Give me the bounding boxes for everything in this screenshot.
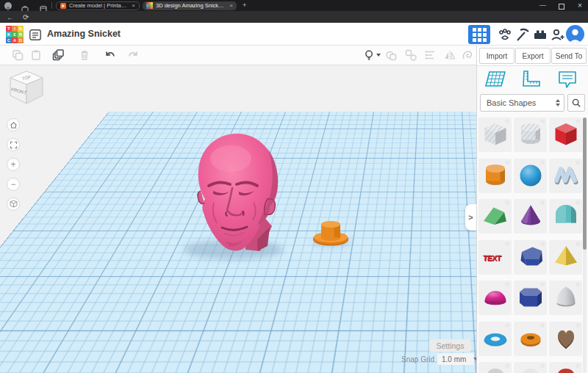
properties-list-icon[interactable] xyxy=(29,29,41,40)
new-tab-button[interactable]: + xyxy=(243,0,246,11)
favorite-star-icon[interactable]: ☆ xyxy=(575,240,581,247)
home-view-button[interactable] xyxy=(7,118,20,131)
workplane-tool-icon[interactable] xyxy=(484,69,506,90)
shape-library-select[interactable]: Basic Shapes xyxy=(480,94,564,112)
mirror-flip-icon[interactable] xyxy=(444,49,456,61)
notes-ribbon-icon[interactable] xyxy=(462,49,473,61)
favorite-star-icon[interactable]: ☆ xyxy=(539,199,545,206)
shape-cone[interactable]: ☆ xyxy=(514,199,547,233)
lightbulb-icon[interactable] xyxy=(363,49,375,61)
import-button[interactable]: Import xyxy=(479,48,514,64)
panel-scrollbar[interactable] xyxy=(583,117,587,373)
window-close-button[interactable]: × xyxy=(578,0,582,11)
shape-roof[interactable]: ☆ xyxy=(478,199,512,233)
search-shapes-button[interactable] xyxy=(567,94,585,112)
delete-trash-icon[interactable] xyxy=(79,49,90,61)
zoom-out-button[interactable]: − xyxy=(7,178,20,191)
select-stepper-icon[interactable] xyxy=(556,99,560,106)
bricks-icon[interactable] xyxy=(532,26,548,43)
head-model[interactable] xyxy=(181,129,291,261)
browser-tab-printables[interactable]: Create model | Printables.com × xyxy=(56,1,140,10)
shape-torus[interactable]: ☆ xyxy=(478,322,512,356)
favorite-star-icon[interactable]: ☆ xyxy=(575,280,581,288)
zoom-in-button[interactable]: + xyxy=(7,158,20,171)
shape-text[interactable]: TEXTTEXT ☆ xyxy=(478,240,512,275)
browser-tab-tinkercad[interactable]: 3D design Amazing Snicket | Tin × xyxy=(143,1,237,10)
favorite-star-icon[interactable]: ☆ xyxy=(575,322,581,329)
3d-design-mode-button[interactable] xyxy=(468,25,490,44)
align-icon[interactable] xyxy=(425,49,437,61)
notes-tool-icon[interactable] xyxy=(556,69,578,90)
shape-polygon[interactable]: ☆ xyxy=(514,240,547,275)
favorite-star-icon[interactable]: ☆ xyxy=(504,280,510,288)
viewport-3d[interactable]: TOP FRONT + − Settings Snap Grid 1.0 mm … xyxy=(0,65,476,373)
shape-sphere[interactable]: ☆ xyxy=(514,159,547,193)
favorite-star-icon[interactable]: ☆ xyxy=(504,199,510,206)
settings-button[interactable]: Settings xyxy=(429,339,471,352)
shape-cylinder-transparent[interactable]: ☆ xyxy=(514,117,547,152)
export-button[interactable]: Export xyxy=(515,48,551,64)
favorite-star-icon[interactable]: ☆ xyxy=(504,159,510,166)
shape-half-sphere[interactable]: ☆ xyxy=(478,280,512,315)
tab-close-icon[interactable]: × xyxy=(132,2,135,9)
shape-paraboloid[interactable]: ☆ xyxy=(549,280,582,315)
shape-prism[interactable]: ☆ xyxy=(514,280,547,315)
sim-lab-paw-icon[interactable] xyxy=(497,26,513,43)
browser-url-row: ← ⟳ https://www.tinkercad.com/things/9xh… xyxy=(0,11,588,23)
favorite-star-icon[interactable]: ☆ xyxy=(575,117,581,125)
favorite-star-icon[interactable]: ☆ xyxy=(539,362,545,369)
user-avatar[interactable] xyxy=(566,25,584,43)
shape-heart[interactable]: ☆ xyxy=(549,322,582,356)
favorite-star-icon[interactable]: ☆ xyxy=(504,117,510,125)
favorite-star-icon[interactable]: ☆ xyxy=(539,280,545,288)
redo-icon[interactable] xyxy=(127,49,139,61)
ungroup-icon[interactable] xyxy=(405,49,417,61)
design-title[interactable]: Amazing Snicket xyxy=(47,23,121,46)
window-minimize-button[interactable]: — xyxy=(539,0,546,11)
window-maximize-button[interactable] xyxy=(559,4,564,10)
hat-model[interactable] xyxy=(312,217,350,246)
shape-cylinder[interactable]: ☆ xyxy=(478,159,512,193)
tab-close-icon[interactable]: × xyxy=(229,2,233,9)
shape-shape-partial-2[interactable]: ☆ xyxy=(514,362,547,373)
shape-pyramid[interactable]: ☆ xyxy=(549,240,582,275)
blocks-pickaxe-icon[interactable] xyxy=(514,26,531,43)
back-icon[interactable]: ← xyxy=(7,12,14,23)
favorite-star-icon[interactable]: ☆ xyxy=(539,322,545,329)
shape-scribble[interactable]: ☆ xyxy=(549,159,582,193)
duplicate-icon[interactable] xyxy=(52,49,64,61)
shape-box[interactable]: ☆ xyxy=(549,117,582,152)
favorite-star-icon[interactable]: ☆ xyxy=(575,362,581,369)
copy-icon[interactable] xyxy=(12,49,24,61)
logo-cell: N xyxy=(18,26,24,32)
undo-icon[interactable] xyxy=(104,49,116,61)
paste-icon[interactable] xyxy=(30,49,42,61)
collaborate-person-add-icon[interactable] xyxy=(550,26,566,43)
favorite-star-icon[interactable]: ☆ xyxy=(539,159,545,166)
favorite-star-icon[interactable]: ☆ xyxy=(504,240,510,247)
perspective-toggle-button[interactable] xyxy=(7,198,20,211)
snap-grid-select[interactable]: 1.0 mm xyxy=(437,353,474,365)
group-icon[interactable] xyxy=(385,49,397,61)
favorite-star-icon[interactable]: ☆ xyxy=(539,117,545,125)
shape-round-roof[interactable]: ☆ xyxy=(549,199,582,233)
shape-box-transparent[interactable]: ☆ xyxy=(478,117,512,152)
tinkercad-logo[interactable]: TINKERCAD xyxy=(6,26,24,43)
favorite-star-icon[interactable]: ☆ xyxy=(504,362,510,369)
favorite-star-icon[interactable]: ☆ xyxy=(575,159,581,166)
fit-view-button[interactable] xyxy=(7,138,20,151)
shape-tube[interactable]: ☆ xyxy=(514,322,547,356)
favorite-star-icon[interactable]: ☆ xyxy=(539,240,545,247)
panel-collapse-chevron[interactable]: > xyxy=(465,204,476,231)
favorite-star-icon[interactable]: ☆ xyxy=(575,199,581,206)
view-cube[interactable]: TOP FRONT xyxy=(6,68,47,106)
favorite-star-icon[interactable]: ☆ xyxy=(504,322,510,329)
send-to-button[interactable]: Send To xyxy=(551,48,587,64)
refresh-icon[interactable]: ⟳ xyxy=(23,12,29,23)
shape-shape-partial-1[interactable]: ☆ xyxy=(478,362,512,373)
lightbulb-dropdown-caret-icon[interactable] xyxy=(376,54,381,57)
shape-shape-partial-3[interactable]: ☆ xyxy=(549,362,582,373)
browser-profile-avatar[interactable] xyxy=(4,2,12,10)
ruler-tool-icon[interactable] xyxy=(520,69,542,90)
panel-scrollbar-thumb[interactable] xyxy=(583,117,587,250)
